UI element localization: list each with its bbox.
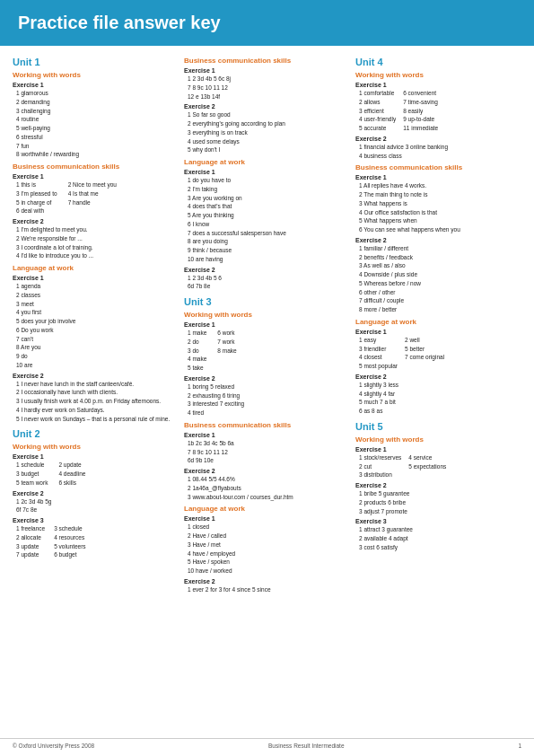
unit2-ww-ex1-label: Exercise 1 [13, 453, 179, 460]
unit4-law-ex1-c2-1: 5 better [405, 345, 444, 354]
unit1-bcs-ex1-col1-3: 6 deal with [16, 207, 57, 215]
col2-law-ex1-1: 2 I'm taking [188, 185, 350, 194]
unit4-law-ex1-c1-3: 5 most popular [359, 362, 398, 371]
unit3-ww-ex1-c1-3: 4 make [188, 355, 206, 364]
unit1-law-ex1-0: 1 agenda [16, 282, 179, 291]
unit2-ww-ex3-c2-1: 4 resources [54, 533, 85, 542]
col2-law-ex2-label: Exercise 2 [184, 267, 350, 273]
unit1-ww-ex1-item1: 1 glamorous [16, 89, 179, 98]
unit3-law-ex2-label: Exercise 2 [184, 578, 350, 585]
col2-law-ex1-6: 7 does a successful salesperson have [188, 229, 350, 238]
col2-bcs-ex2-0: 1 So far so good [188, 110, 350, 119]
unit3-ww-ex1-label: Exercise 1 [184, 321, 350, 328]
unit4-bcs-ex1-0: 1 All replies have 4 works. [359, 181, 521, 190]
unit3-ww-ex1-c1-4: 5 take [188, 364, 206, 373]
unit1-law-ex1-7: 8 Are you [16, 343, 179, 352]
unit2-ww-ex3-c1-1: 2 allocate [16, 533, 45, 542]
column-1: Unit 1 Working with words Exercise 1 1 g… [13, 53, 179, 594]
unit1-bcs-ex1-col1-1: 3 I'm pleased to [16, 189, 57, 198]
unit5-ww-ex2-0: 1 bribe 5 guarantee [359, 489, 521, 498]
footer-center: Business Result Intermediate [268, 743, 345, 749]
main-content: Unit 1 Working with words Exercise 1 1 g… [0, 53, 534, 594]
footer: © Oxford University Press 2008 Business … [0, 738, 534, 749]
col2-bcs-ex2-label: Exercise 2 [184, 103, 350, 110]
unit5-ww-ex1-c2-1: 5 expectations [408, 462, 446, 471]
unit1-bcs-ex2-item1: 1 I'm delighted to meet you. [16, 225, 179, 234]
unit2-ww-ex3-label: Exercise 3 [13, 517, 179, 523]
unit1-law-ex2-3: 4 I hardly ever work on Saturdays. [16, 406, 179, 415]
unit3-bcs-title: Business communication skills [184, 421, 350, 429]
unit1-law-ex2-2: 3 I usually finish work at 4.00 p.m. on … [16, 397, 179, 406]
col2-bcs-ex2-4: 5 why don't I [188, 145, 350, 154]
col2-law-ex2-0: 1 2 3d 4b 5 6 [188, 274, 350, 283]
unit4-ww-ex1-c2-4: 11 immediate [403, 124, 438, 133]
unit4-law-ex1-label: Exercise 1 [355, 329, 521, 335]
unit2-ww-ex2-0: 1 2c 3d 4b 5g [16, 497, 179, 506]
unit5-ww-ex2-label: Exercise 2 [355, 482, 521, 488]
unit-4: Unit 4 Working with words Exercise 1 1 c… [355, 57, 521, 416]
unit3-bcs-ex2-0: 1 08.44 5/5 44.6% [188, 475, 350, 484]
unit3-ww-ex1-c2-0: 6 work [217, 329, 236, 338]
unit3-bcs-ex2-1: 2 1a46a_@flyabouts [188, 484, 350, 493]
unit2-ww-ex1-c1-0: 1 schedule [16, 461, 48, 470]
unit4-ww-ex1-c2-0: 6 convenient [403, 89, 438, 98]
unit4-ww-title: Working with words [355, 71, 521, 79]
unit1-ww-ex1-item2: 2 demanding [16, 98, 179, 107]
unit3-bcs-ex1-label: Exercise 1 [184, 432, 350, 438]
unit1-bcs-ex2-label: Exercise 2 [13, 218, 179, 224]
unit3-law-ex1-4: 5 Have / spoken [188, 558, 350, 567]
unit1-law-ex1-label: Exercise 1 [13, 275, 179, 281]
unit1-ww-ex1-item3: 3 challenging [16, 107, 179, 116]
col2-bcs-ex1-label: Exercise 1 [184, 67, 350, 74]
unit2-ww-ex1-c1-1: 3 budget [16, 470, 48, 479]
unit-2-title: Unit 2 [13, 428, 179, 439]
unit1-bcs-ex1-col1-2: 5 in charge of [16, 198, 57, 207]
col2-bcs-title: Business communication skills [184, 57, 350, 65]
col2-bcs-ex1-2: 12 e 13b 14f [188, 92, 350, 101]
unit4-bcs-ex1-3: 4 Our office satisfaction is that [359, 208, 521, 217]
unit1-ww-ex1-item5: 5 well-paying [16, 124, 179, 133]
unit4-law-ex2-0: 1 slightly 3 less [359, 381, 521, 390]
unit4-ww-ex1-c1-0: 1 comfortable [359, 89, 396, 98]
unit2-ww-ex1-c1-2: 5 team work [16, 479, 48, 488]
unit3-ww-ex2-label: Exercise 2 [184, 375, 350, 382]
unit3-law-ex2-0: 1 ever 2 for 3 for 4 since 5 since [188, 585, 350, 594]
unit4-ww-ex1-c1-2: 3 efficient [359, 107, 396, 116]
unit5-ww-title: Working with words [355, 435, 521, 444]
unit1-law-ex1-2: 3 meet [16, 300, 179, 309]
unit1-bcs-ex2-item2: 2 We're responsible for ... [16, 234, 179, 243]
unit-5: Unit 5 Working with words Exercise 1 1 s… [355, 421, 521, 552]
unit1-bcs-ex1-col1-0: 1 this is [16, 180, 57, 189]
col2-law-ex1-7: 8 are you doing [188, 237, 350, 246]
unit3-law-title: Language at work [184, 505, 350, 513]
unit4-ww-ex2-1: 4 business class [359, 152, 521, 161]
unit3-ww-ex2-2: 3 interested 7 exciting [188, 400, 350, 409]
unit4-law-ex2-label: Exercise 2 [355, 374, 521, 380]
unit5-ww-ex1-c2-0: 4 service [408, 453, 446, 462]
unit1-law-ex1-9: 10 are [16, 361, 179, 370]
unit3-bcs-ex2-2: 3 www.about-tour.com / courses_dur.htm [188, 493, 350, 502]
unit1-bcs-ex1-col2-2: 7 handle [68, 198, 117, 207]
unit-3: Unit 3 Working with words Exercise 1 1 m… [184, 296, 350, 594]
unit3-ww-ex2-1: 2 exhausting 6 tiring [188, 391, 350, 400]
unit5-ww-ex3-0: 1 attract 3 guarantee [359, 525, 521, 534]
unit4-bcs-ex2-4: 5 Whereas before / now [359, 279, 521, 288]
col2-law-ex1-9: 10 are having [188, 255, 350, 264]
unit4-law-ex1-c1-0: 1 easy [359, 336, 398, 345]
unit2-ww-ex1-c2-1: 4 deadline [58, 470, 85, 479]
unit4-bcs-ex2-label: Exercise 2 [355, 237, 521, 243]
unit5-ww-ex2-2: 3 adjust 7 promote [359, 507, 521, 516]
unit4-ww-ex1-c2-1: 7 time-saving [403, 98, 438, 107]
unit1-wwwords-title: Working with words [13, 71, 179, 79]
unit2-ww-ex2-label: Exercise 2 [13, 490, 179, 497]
unit2-ww-ex2-1: 6f 7c 8e [16, 505, 179, 514]
unit1-ww-ex1-item8: 8 worthwhile / rewarding [16, 150, 179, 159]
unit3-bcs-ex1-2: 6d 9b 10e [188, 456, 350, 465]
unit5-ww-ex2-1: 2 products 6 bribe [359, 498, 521, 507]
col2-bcs-ex2-3: 4 used some delays [188, 137, 350, 146]
col2-bcs-ex1-1: 7 8 9c 10 11 12 [188, 84, 350, 92]
unit2-ww-ex3-c1-0: 1 freelance [16, 524, 45, 533]
unit-5-title: Unit 5 [355, 421, 521, 432]
unit2-ww-ex1-c2-2: 6 skills [58, 479, 85, 488]
unit1-law-ex1-5: 6 Do you work [16, 326, 179, 335]
